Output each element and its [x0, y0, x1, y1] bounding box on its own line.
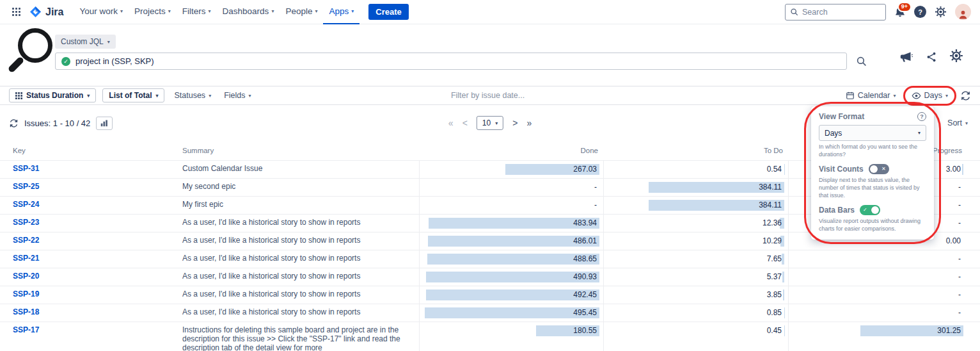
- duration-cell: 486.01: [419, 233, 603, 250]
- issue-key-link[interactable]: SSP-17: [13, 325, 39, 334]
- page-size-select[interactable]: 10 ▾: [477, 116, 503, 130]
- last-page-button[interactable]: »: [526, 118, 532, 127]
- notifications-button[interactable]: 9+: [894, 6, 906, 18]
- duration-cell: 301.25: [788, 322, 967, 351]
- chevron-down-icon: ▾: [168, 8, 171, 14]
- table-row: SSP-19As a user, I'd like a historical s…: [0, 286, 980, 304]
- issue-summary: My first epic: [182, 197, 419, 214]
- user-avatar[interactable]: [955, 4, 971, 20]
- nav-dashboards[interactable]: Dashboards▾: [217, 0, 280, 24]
- sort-dropdown[interactable]: Sort ▾: [944, 117, 971, 129]
- chevron-down-icon: ▾: [945, 93, 948, 99]
- issue-summary: As a user, I'd like a historical story t…: [182, 286, 419, 304]
- jira-logo[interactable]: Jira: [29, 5, 63, 19]
- column-header-summary[interactable]: Summary: [182, 147, 419, 154]
- column-header-key[interactable]: Key: [13, 147, 182, 154]
- statuses-dropdown[interactable]: Statuses ▾: [171, 89, 214, 102]
- calendar-dropdown[interactable]: Calendar ▾: [842, 89, 899, 102]
- nav-projects[interactable]: Projects▾: [129, 0, 177, 24]
- report-type-dropdown[interactable]: Status Duration ▾: [9, 88, 96, 102]
- issue-key-link[interactable]: SSP-25: [13, 182, 39, 191]
- announcement-megaphone-icon[interactable]: [899, 50, 913, 63]
- navbar-left: Jira Your work▾ Projects▾ Filters▾ Dashb…: [9, 0, 409, 24]
- issue-key-link[interactable]: SSP-19: [13, 290, 39, 298]
- jql-input[interactable]: ✓ project in (SSP, SKP): [55, 53, 847, 70]
- nav-your-work[interactable]: Your work▾: [74, 0, 129, 24]
- chevron-down-icon: ▾: [315, 8, 317, 14]
- visit-counts-label: Visit Counts: [819, 165, 864, 174]
- duration-cell: 384.11: [603, 179, 788, 196]
- chevron-down-icon: ▾: [893, 93, 896, 99]
- sync-swap-icon[interactable]: [960, 90, 971, 101]
- help-icon[interactable]: ?: [917, 112, 926, 121]
- nav-people[interactable]: People▾: [280, 0, 323, 24]
- duration-cell: 5.37: [603, 268, 788, 286]
- chevron-down-icon: ▾: [918, 130, 921, 136]
- duration-cell: 490.93: [419, 268, 603, 286]
- query-valid-check-icon: ✓: [61, 57, 70, 66]
- report-settings-gear-icon[interactable]: [949, 49, 963, 63]
- view-format-days-dropdown[interactable]: Days ▾: [908, 89, 952, 102]
- magnifier-handle: [8, 56, 25, 74]
- primary-nav: Your work▾ Projects▾ Filters▾ Dashboards…: [74, 0, 360, 24]
- grid-icon: [15, 92, 22, 99]
- aggregation-dropdown[interactable]: List of Total ▾: [102, 88, 164, 102]
- prev-page-button[interactable]: <: [462, 118, 468, 127]
- chevron-down-icon: ▾: [155, 93, 158, 99]
- data-bars-toggle[interactable]: ✓ ✕: [860, 205, 880, 215]
- chart-view-button[interactable]: [96, 117, 113, 130]
- pagination: « < 10 ▾ > »: [448, 116, 532, 130]
- issue-summary: As a user, I'd like a historical story t…: [182, 268, 419, 286]
- issue-key-link[interactable]: SSP-31: [13, 164, 39, 173]
- fields-dropdown[interactable]: Fields ▾: [221, 89, 254, 102]
- issue-key-link[interactable]: SSP-18: [13, 307, 39, 316]
- chevron-down-icon: ▾: [209, 8, 211, 14]
- calendar-icon: [846, 91, 855, 100]
- global-search-input[interactable]: [802, 8, 881, 17]
- issue-key-link[interactable]: SSP-22: [13, 236, 39, 245]
- column-header-done[interactable]: Done: [419, 147, 603, 154]
- toolbar-right: Calendar ▾ Days ▾: [842, 89, 971, 102]
- duration-cell: -: [419, 197, 603, 214]
- next-page-button[interactable]: >: [512, 118, 518, 127]
- duration-cell: -: [788, 286, 967, 304]
- visit-counts-toggle[interactable]: ✓ ✕: [869, 164, 889, 174]
- chevron-down-icon: ▾: [248, 93, 251, 99]
- chevron-down-icon: ▾: [107, 39, 110, 45]
- app-switcher-icon[interactable]: [9, 4, 24, 19]
- top-navbar: Jira Your work▾ Projects▾ Filters▾ Dashb…: [0, 0, 980, 24]
- column-header-todo[interactable]: To Do: [603, 147, 788, 154]
- help-button[interactable]: ?: [914, 6, 926, 18]
- create-button[interactable]: Create: [368, 4, 408, 20]
- refresh-icon[interactable]: [9, 118, 19, 128]
- issue-key-link[interactable]: SSP-23: [13, 218, 39, 227]
- settings-gear-icon[interactable]: [935, 6, 947, 18]
- view-format-help: In which format do you want to see the d…: [819, 143, 926, 158]
- nav-filters[interactable]: Filters▾: [177, 0, 217, 24]
- view-format-label: View Format: [819, 112, 864, 121]
- date-filter-input[interactable]: Filter by issue date...: [451, 91, 525, 100]
- custom-jql-dropdown[interactable]: Custom JQL ▾: [55, 35, 116, 49]
- table-row: SSP-20As a user, I'd like a historical s…: [0, 268, 980, 286]
- view-format-select[interactable]: Days ▾: [819, 125, 926, 141]
- share-icon[interactable]: [926, 51, 937, 63]
- table-row: SSP-21As a user, I'd like a historical s…: [0, 250, 980, 268]
- first-page-button[interactable]: «: [448, 118, 454, 127]
- issue-summary: As a user, I'd like a historical story t…: [182, 233, 419, 250]
- run-search-icon[interactable]: [856, 56, 867, 67]
- nav-apps[interactable]: Apps▾: [323, 0, 360, 24]
- duration-cell: -: [788, 268, 967, 286]
- duration-cell: 384.11: [603, 197, 788, 214]
- bar-chart-icon: [100, 119, 108, 127]
- global-search[interactable]: [785, 4, 886, 20]
- issue-summary: As a user, I'd like a historical story t…: [182, 215, 419, 232]
- toggle-knob: [871, 206, 879, 214]
- search-icon: [790, 8, 798, 16]
- issue-key-link[interactable]: SSP-21: [13, 254, 39, 263]
- duration-cell: -: [788, 304, 967, 322]
- issue-key-link[interactable]: SSP-20: [13, 272, 39, 281]
- issue-key-link[interactable]: SSP-24: [13, 200, 39, 209]
- duration-cell: 488.65: [419, 250, 603, 268]
- table-row: SSP-17Instructions for deleting this sam…: [0, 322, 980, 351]
- issue-summary: My second epic: [182, 179, 419, 196]
